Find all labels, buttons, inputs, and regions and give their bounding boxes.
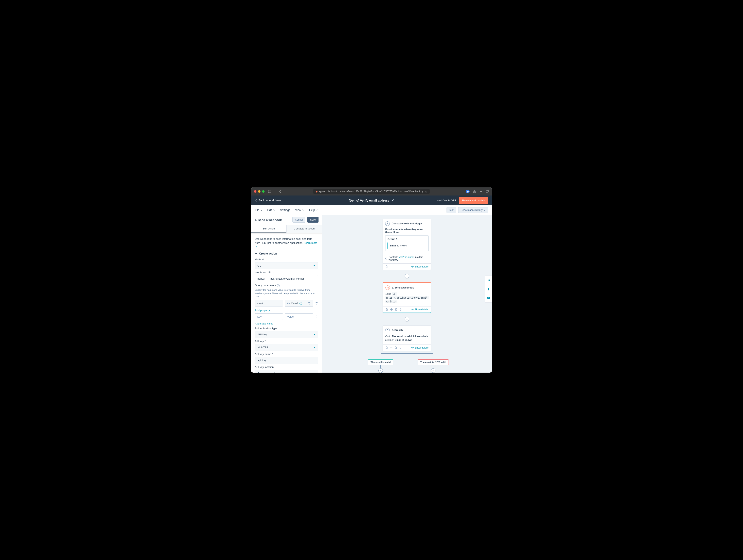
performance-history-button[interactable]: Performance history [458,207,488,213]
refresh-icon [385,258,388,260]
add-static-value-link[interactable]: Add static value [251,320,322,325]
show-details-link[interactable]: Show details [411,265,429,268]
tab-edit-action[interactable]: Edit action [251,225,287,233]
branch-icon [385,328,390,332]
webhook-step-card[interactable]: ƒx 1. Send a webhook Send GET https://ap… [383,282,431,313]
menu-edit[interactable]: Edit [267,208,275,212]
connector [380,365,381,368]
trigger-desc: Enroll contacts when they meet these fil… [385,228,429,234]
delete-icon[interactable] [399,346,402,349]
close-window-icon[interactable] [254,190,256,193]
svg-point-4 [387,223,388,224]
filter-chip[interactable]: Email is known [388,242,426,249]
reenroll-note: Contacts won't re-enroll into this workf… [383,254,431,264]
shield-icon[interactable]: ◉ [466,190,470,193]
caret-down-icon [313,265,315,267]
review-publish-button[interactable]: Review and publish [459,197,488,204]
menu-settings[interactable]: Settings [280,208,291,212]
address-bar[interactable]: ◆ app-eu1.hubspot.com/workflows/14348822… [313,189,430,194]
refresh-icon[interactable] [425,190,427,193]
connector [433,365,433,368]
api-key-location-select[interactable]: Query parameters [255,370,318,373]
sidebar-toggle-icon[interactable] [268,190,271,193]
api-key-name-label: API key name * [255,353,318,356]
feedback-button[interactable] [485,293,492,302]
contact-icon [385,221,390,226]
minimap-button[interactable]: ▪▪▪▪▪▪▪▪ [485,276,492,285]
trigger-card[interactable]: Contact enrollment trigger Enroll contac… [383,219,431,270]
cancel-button[interactable]: Cancel [293,217,305,223]
copy-icon[interactable] [386,308,388,311]
tab-contacts-in-action[interactable]: Contacts in action [287,225,322,233]
workflow-canvas[interactable]: Contact enrollment trigger Enroll contac… [322,215,492,373]
auth-type-label: Authentication type [255,327,318,330]
chevron-down-icon[interactable]: ⌄ [273,190,275,193]
method-select[interactable]: GET [255,262,318,269]
menu-file[interactable]: File [255,208,262,212]
maximize-window-icon[interactable] [262,190,265,193]
clipboard-icon[interactable] [395,346,397,349]
step2-body: Go to The email is valid if these criter… [383,335,431,344]
workflow-status: Workflow is OFF [437,199,456,202]
delete-row-icon[interactable] [315,315,318,318]
menu-view[interactable]: View [295,208,304,212]
connector [407,321,407,325]
show-details-link[interactable]: Show details [411,308,428,311]
menu-help[interactable]: Help [309,208,318,212]
back-icon[interactable] [279,190,281,193]
test-button[interactable]: Test [446,207,456,213]
delete-icon[interactable] [308,301,311,305]
clipboard-icon[interactable] [395,308,397,311]
trigger-title: Contact enrollment trigger [392,222,422,225]
delete-icon[interactable] [399,308,402,311]
action-editor-panel: 1. Send a webhook Cancel Save Edit actio… [251,215,322,373]
add-step-button[interactable]: + [405,274,409,278]
api-key-name-input[interactable] [255,357,318,364]
qp-key-1[interactable]: email [255,300,283,307]
back-to-workflows[interactable]: Back to workflows [255,199,281,202]
branch-invalid-label[interactable]: The email is NOT valid [418,360,449,365]
window-controls [254,190,265,193]
query-params-label: Query parametersi [255,284,318,287]
tabs-icon[interactable] [486,190,489,193]
svg-rect-8 [386,309,388,310]
svg-rect-2 [422,191,423,192]
delete-row-icon[interactable] [315,301,318,305]
qp-key-new[interactable]: Key [255,313,283,320]
add-property-link[interactable]: Add property [251,307,322,312]
caret-down-icon [313,333,315,336]
edit-title-icon[interactable] [391,199,394,202]
share-icon[interactable] [473,190,476,193]
webhook-url-input[interactable] [268,275,318,282]
clipboard-icon[interactable] [385,266,388,268]
add-step-button[interactable]: + [431,368,435,373]
add-step-button[interactable]: + [405,317,409,321]
qp-value-1[interactable]: Abc Email i [285,300,313,307]
panel-scroll[interactable]: Use webhooks to pass information back an… [251,233,322,373]
branch-invalid-column: The email is NOT valid + END [407,356,460,373]
url-text: app-eu1.hubspot.com/workflows/143488229/… [319,190,420,193]
info-icon[interactable]: i [300,302,302,305]
branch-valid-label[interactable]: The email is valid [368,360,393,365]
reenroll-link[interactable]: won't re-enroll [399,256,414,259]
qp-value-new[interactable]: Value [285,313,313,320]
webhook-url-label: Webhook URL * [255,271,318,274]
show-details-link[interactable]: Show details [411,346,429,349]
api-key-select[interactable]: HUNTER [255,344,318,351]
section-create-action[interactable]: Create action [251,249,322,256]
copy-icon[interactable] [385,346,388,349]
ai-sparkle-button[interactable] [485,285,492,293]
new-tab-icon[interactable] [479,190,483,193]
branch-step-card[interactable]: 2. Branch Go to The email is valid if th… [383,325,431,351]
lock-icon [422,190,424,193]
minimize-window-icon[interactable] [258,190,260,193]
save-button[interactable]: Save [307,217,318,223]
add-step-button[interactable]: + [378,368,383,373]
svg-point-20 [488,297,488,298]
move-icon[interactable] [390,308,393,311]
back-label: Back to workflows [258,199,281,202]
info-icon[interactable]: i [277,284,280,287]
api-key-label: API key * [255,340,318,343]
auth-type-select[interactable]: API Key [255,331,318,338]
panel-title: 1. Send a webhook [254,218,291,222]
